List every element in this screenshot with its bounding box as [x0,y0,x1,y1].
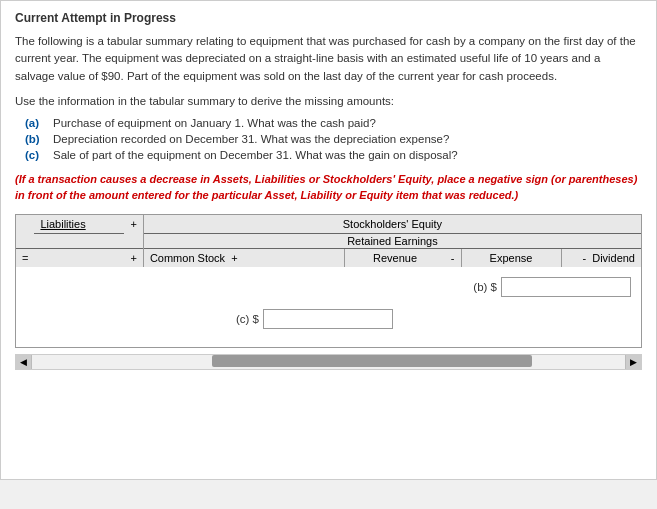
common-stock-cell: Common Stock + [143,248,344,267]
input-c-field[interactable] [263,309,393,329]
table-data-row: (b) $ (c) $ [16,267,641,347]
question-text-b: Depreciation recorded on December 31. Wh… [53,133,449,145]
minus1-cell: - [445,248,461,267]
liabilities-spacer [34,248,124,267]
attempt-header: Current Attempt in Progress [15,11,642,25]
input-b-field[interactable] [501,277,631,297]
description-text: The following is a tabular summary relat… [15,33,642,85]
table-divider-row: Retained Earnings [16,233,641,248]
scroll-right-button[interactable]: ▶ [625,354,641,370]
warning-text: (If a transaction causes a decrease in A… [15,171,642,204]
horizontal-scrollbar[interactable]: ◀ ▶ [15,354,642,370]
question-list: (a) Purchase of equipment on January 1. … [25,117,642,161]
scroll-thumb[interactable] [212,355,532,367]
scroll-right-arrow-icon: ▶ [630,357,637,367]
header-title: Current Attempt in Progress [15,11,176,25]
plus-sign-1: + [124,215,143,234]
eq-sign-1 [16,215,34,234]
plus-sign-2: + [124,248,143,267]
scroll-left-button[interactable]: ◀ [16,354,32,370]
dividend-cell: - Dividend [561,248,641,267]
retained-earnings-cell: Retained Earnings [143,233,641,248]
instruction-text: Use the information in the tabular summa… [15,95,642,107]
input-b-container: (b) $ [473,277,631,297]
table-data-area: (b) $ (c) $ [16,267,641,347]
liabilities-cell: Liabilities [34,215,124,234]
revenue-cell: Revenue [345,248,445,267]
question-item-a: (a) Purchase of equipment on January 1. … [25,117,642,129]
input-c-label: (c) $ [236,313,259,325]
table-header-row1: Liabilities + Stockholders' Equity [16,215,641,234]
question-item-c: (c) Sale of part of the equipment on Dec… [25,149,642,161]
expense-cell: Expense [461,248,561,267]
scroll-track[interactable] [32,355,641,369]
table-header-row3: = + Common Stock + Revenue - [16,248,641,267]
question-text-a: Purchase of equipment on January 1. What… [53,117,376,129]
question-text-c: Sale of part of the equipment on Decembe… [53,149,458,161]
input-b-label: (b) $ [473,281,497,293]
question-letter-b: (b) [25,133,43,145]
se-header-cell: Stockholders' Equity [143,215,641,234]
eq-sign-2: = [16,248,34,267]
question-letter-a: (a) [25,117,43,129]
scroll-left-arrow-icon: ◀ [20,357,27,367]
question-letter-c: (c) [25,149,43,161]
input-c-container: (c) $ [236,309,393,329]
accounting-table: Liabilities + Stockholders' Equity Retai… [15,214,642,348]
acct-table-inner: Liabilities + Stockholders' Equity Retai… [16,215,641,347]
main-container: Current Attempt in Progress The followin… [0,0,657,480]
question-item-b: (b) Depreciation recorded on December 31… [25,133,642,145]
